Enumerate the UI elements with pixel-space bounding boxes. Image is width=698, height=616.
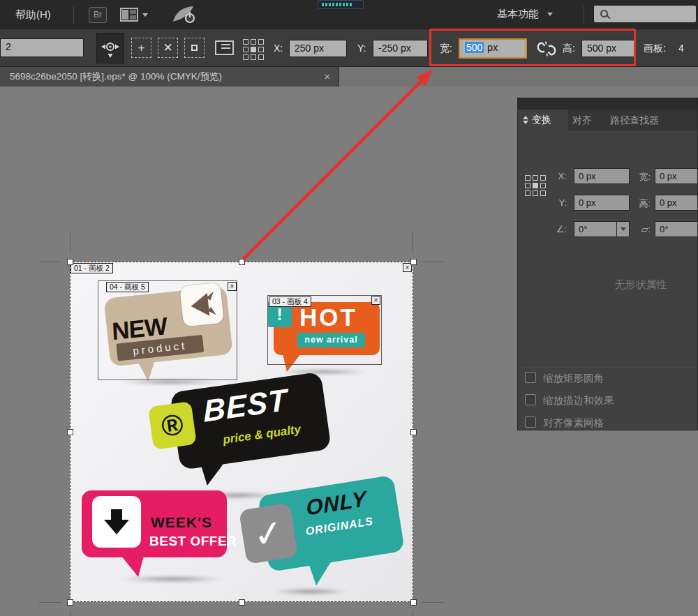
search-icon bbox=[600, 10, 608, 17]
crop-mark bbox=[413, 231, 413, 253]
crop-mark bbox=[422, 262, 444, 262]
document-tab-bar: 5698c26be2050 [转换].eps* @ 100% (CMYK/预览)… bbox=[0, 67, 698, 87]
workspace-label: 基本功能 bbox=[497, 7, 539, 21]
illustrator-window: 帮助(H) Br 基本功能 2 bbox=[0, 0, 698, 616]
highlight-rectangle bbox=[429, 29, 636, 66]
selection-handle[interactable] bbox=[67, 429, 73, 435]
checkbox-label: 对齐像素网格 bbox=[543, 416, 604, 430]
x-label: X: bbox=[546, 171, 567, 181]
panel-divider bbox=[521, 367, 696, 368]
artboard-center-button[interactable] bbox=[184, 38, 205, 58]
y-field[interactable]: 0 px bbox=[574, 195, 630, 211]
center-mark-icon bbox=[191, 45, 198, 51]
height-label: 高: bbox=[630, 197, 651, 210]
selection-handle[interactable] bbox=[239, 599, 245, 606]
x-field[interactable]: 0 px bbox=[574, 168, 630, 184]
selection-handle[interactable] bbox=[410, 259, 417, 265]
tab-transform[interactable]: 变换 bbox=[518, 110, 568, 130]
selection-handle[interactable] bbox=[239, 259, 245, 265]
y-label: Y: bbox=[546, 197, 567, 208]
shear-field[interactable]: 0° bbox=[655, 221, 698, 237]
rocket-power-icon bbox=[172, 5, 197, 24]
arrange-documents-icon bbox=[120, 8, 138, 22]
plus-icon: + bbox=[138, 41, 145, 55]
panel-list-icon bbox=[215, 40, 234, 55]
rotate-value: 0° bbox=[579, 224, 587, 234]
artboard-preset-button[interactable]: ✕ bbox=[158, 38, 178, 58]
artboard-options-button[interactable] bbox=[215, 40, 234, 55]
close-icon[interactable]: × bbox=[324, 67, 330, 87]
crop-mark bbox=[39, 262, 61, 262]
rotate-field[interactable]: 0° bbox=[574, 221, 630, 237]
selection-handle[interactable] bbox=[410, 429, 417, 435]
crop-mark bbox=[422, 602, 444, 603]
rotate-icon: ∠: bbox=[546, 224, 567, 234]
move-icon bbox=[101, 38, 120, 59]
checkbox-label: 缩放描边和效果 bbox=[543, 394, 614, 407]
crop-mark bbox=[70, 231, 70, 253]
taskbar-widget bbox=[318, 0, 364, 9]
checkbox-label: 缩放矩形圆角 bbox=[543, 372, 604, 385]
height-field[interactable]: 0 px bbox=[655, 195, 698, 211]
crop-mark bbox=[39, 602, 61, 603]
document-title: 5698c26be2050 [转换].eps* @ 100% (CMYK/预览) bbox=[0, 67, 339, 87]
artboard-count-label: 画板: bbox=[644, 43, 666, 55]
checkbox-align-pixel-grid[interactable] bbox=[525, 416, 536, 428]
selection-handle[interactable] bbox=[67, 599, 73, 606]
panel-tab-bar: 变换 对齐 路径查找器 bbox=[518, 110, 697, 130]
width-label: 宽: bbox=[630, 171, 651, 183]
document-tab[interactable]: 5698c26be2050 [转换].eps* @ 100% (CMYK/预览)… bbox=[0, 67, 339, 87]
artboard-name-field[interactable]: 2 bbox=[0, 38, 84, 57]
tab-pathfinder[interactable]: 路径查找器 bbox=[610, 110, 659, 130]
menu-divider bbox=[584, 6, 584, 24]
tab-label: 变换 bbox=[532, 114, 551, 126]
shear-icon: ▱: bbox=[630, 224, 651, 234]
selection-handle[interactable] bbox=[410, 599, 417, 606]
arrange-documents-button[interactable] bbox=[120, 8, 148, 22]
collapse-panel-icon bbox=[523, 116, 528, 124]
y-label: Y: bbox=[357, 43, 366, 54]
y-position-field[interactable]: -250 px bbox=[373, 40, 428, 57]
new-artboard-button[interactable]: + bbox=[131, 38, 151, 58]
move-artwork-toggle[interactable] bbox=[96, 33, 124, 63]
x-position-field[interactable]: 250 px bbox=[289, 40, 347, 57]
selection-outline bbox=[70, 262, 413, 602]
panel-drag-bar[interactable] bbox=[518, 98, 697, 110]
crop-mark bbox=[70, 610, 70, 616]
rotate-dropdown[interactable] bbox=[616, 222, 629, 236]
menu-bar: 帮助(H) Br 基本功能 bbox=[0, 0, 698, 29]
artboard-count-value: 4 bbox=[678, 43, 684, 54]
transform-panel: 变换 对齐 路径查找器 X: 0 px 宽: 0 px Y: 0 px 高: 0… bbox=[517, 98, 698, 430]
menu-help[interactable]: 帮助(H) bbox=[15, 8, 51, 22]
selection-handle[interactable] bbox=[67, 259, 73, 265]
checkbox-scale-corners[interactable] bbox=[525, 372, 536, 383]
bridge-button[interactable]: Br bbox=[89, 7, 107, 23]
crop-mark bbox=[413, 610, 413, 616]
cross-arrows-icon: ✕ bbox=[163, 40, 172, 55]
reference-point-button[interactable] bbox=[243, 39, 264, 60]
cs-live-button[interactable] bbox=[172, 5, 197, 27]
workspace-switcher[interactable]: 基本功能 bbox=[497, 7, 553, 21]
search-input[interactable] bbox=[593, 5, 697, 23]
checkbox-scale-strokes[interactable] bbox=[525, 394, 536, 405]
menu-divider bbox=[73, 6, 74, 24]
tab-align[interactable]: 对齐 bbox=[572, 110, 592, 130]
no-shape-message: 无形状属性 bbox=[571, 278, 698, 292]
width-field[interactable]: 0 px bbox=[655, 168, 698, 184]
reference-point-proxy[interactable] bbox=[525, 175, 546, 196]
chevron-down-icon bbox=[142, 13, 148, 17]
chevron-down-icon bbox=[621, 227, 626, 231]
x-label: X: bbox=[274, 43, 283, 54]
grid-cell bbox=[243, 39, 248, 45]
chevron-down-icon bbox=[547, 13, 553, 16]
